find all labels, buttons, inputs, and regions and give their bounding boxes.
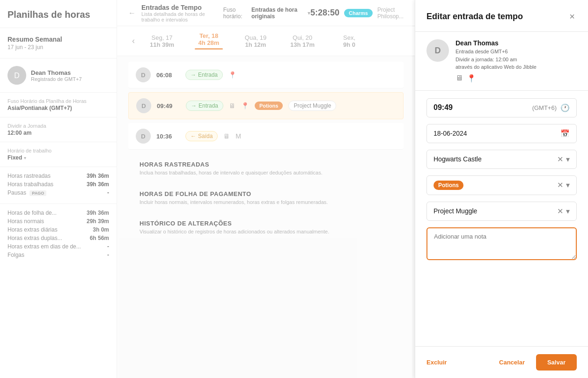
project-select[interactable]: Project Muggle ✕ ▾ (426, 202, 577, 221)
tag-project: Project Philosop... (377, 7, 404, 20)
section-history: HISTÓRICO DE ALTERAÇÕES Visualizar o his… (128, 212, 404, 242)
day-qui20[interactable]: Qui, 20 13h 17m (279, 30, 326, 52)
stat-worked-value: 39h 36m (87, 181, 109, 188)
entry-badge-in: → Entrada (186, 101, 223, 111)
panel-user-info: D Dean Thomas Entrada desde GMT+6 Dividi… (415, 32, 588, 91)
time-value: 09:49 (434, 103, 532, 112)
entry-badge-in: → Entrada (185, 70, 223, 80)
note-field (426, 227, 577, 262)
week-prev-arrow[interactable]: ‹ (128, 34, 139, 48)
app-title: Planilhas de horas (7, 9, 109, 20)
tag-value: Potions (434, 181, 463, 190)
stat-folha: Horas de folha de... 39h 36m (7, 210, 109, 216)
calendar-icon: 📅 (560, 129, 570, 138)
entry-time: 10:36 (156, 133, 180, 140)
tag-dropdown-icon[interactable]: ▾ (566, 181, 570, 189)
project-dropdown-icon[interactable]: ▾ (566, 207, 570, 216)
split-value: 12:00 am (7, 130, 109, 136)
entries-sub: Lista detalhada de horas de trabalho e i… (141, 11, 223, 22)
entry-row: D 09:49 → Entrada 🖥 📍 Potions Project Mu… (128, 92, 404, 119)
location-value: Hogwarts Castle (434, 155, 557, 163)
entry-badge-out: ← Saída (185, 131, 218, 141)
computer-icon: 🖥 (456, 74, 463, 83)
active-underline (195, 48, 223, 50)
clock-icon: 🕐 (560, 103, 570, 112)
stat-extra-holiday: Horas extras em dias de de... - (7, 243, 109, 250)
timezone-label: Fuso Horário da Planilha de Horas (7, 98, 109, 104)
project-clear-icon[interactable]: ✕ (557, 207, 563, 216)
entry-type-icon: → (191, 102, 197, 109)
hours-stats: Horas rastreadas 39h 36m Horas trabalhad… (0, 167, 117, 204)
back-arrow-icon[interactable]: ← (128, 9, 136, 17)
location-pin-icon: 📍 (241, 102, 249, 109)
stat-worked: Horas trabalhadas 39h 36m (7, 181, 109, 188)
entry-time: 06:08 (156, 72, 180, 79)
location-pin-icon: 📍 (228, 71, 236, 79)
panel-user-sub1: Entrada desde GMT+6 (456, 48, 537, 56)
entries-list: D 06:08 → Entrada 📍 D 09:49 → Entrada 🖥 … (117, 56, 415, 378)
timezone-section: Fuso Horário da Planilha de Horas Asia/P… (0, 93, 117, 117)
time-field-row[interactable]: 09:49 (GMT+6) 🕐 (426, 98, 577, 117)
weekly-resume-title: Resumo Semanal (7, 36, 109, 43)
section-history-desc: Visualizar o histórico de registros de h… (140, 229, 392, 234)
entry-type-icon: → (191, 72, 196, 78)
save-button[interactable]: Salvar (536, 354, 577, 371)
screen-icon: 🖥 (229, 102, 235, 109)
panel-avatar: D (426, 39, 449, 62)
sidebar: Planilhas de horas Resumo Semanal 17 jun… (0, 0, 117, 378)
split-label: Dividir a Jornada (7, 123, 109, 129)
date-field-row[interactable]: 18-06-2024 📅 (426, 124, 577, 143)
section-tracked-title: HORAS RASTREADAS (140, 161, 392, 168)
entry-type-icon: ← (191, 133, 196, 139)
entries-title: Entradas de Tempo (141, 4, 223, 11)
day-qua19[interactable]: Qua, 19 1h 12m (232, 30, 279, 52)
workhours-section: Horário de trabalho Fixed ▾ (0, 142, 117, 167)
day-seg17[interactable]: Seg, 17 11h 39m (139, 30, 185, 52)
timezone-display: (GMT+6) (532, 104, 557, 111)
workhours-label: Horário de trabalho (7, 148, 109, 153)
panel-footer: Excluir Cancelar Salvar (415, 346, 588, 378)
section-history-title: HISTÓRICO DE ALTERAÇÕES (140, 220, 392, 227)
tag-project-muggle[interactable]: Project Muggle (288, 101, 336, 111)
tag-potions[interactable]: Potions (255, 102, 283, 110)
note-textarea[interactable] (426, 227, 577, 260)
section-payroll-desc: Incluir horas normais, intervalos remune… (140, 199, 392, 205)
screen-icon: 🖥 (223, 132, 230, 140)
panel-user-sub2: Dividir a jornada: 12:00 am (456, 56, 537, 64)
tag-select[interactable]: Potions ✕ ▾ (426, 175, 577, 195)
edit-panel: Editar entrada de tempo × D Dean Thomas … (415, 0, 588, 378)
day-sex[interactable]: Sex, 9h 0 (326, 30, 373, 52)
cancel-button[interactable]: Cancelar (492, 354, 532, 371)
delete-button[interactable]: Excluir (426, 355, 447, 370)
location-select[interactable]: Hogwarts Castle ✕ ▾ (426, 150, 577, 169)
tag-clear-icon[interactable]: ✕ (557, 181, 563, 189)
section-tracked: HORAS RASTREADAS Inclua horas trabalhada… (128, 153, 404, 183)
entry-row: D 10:36 ← Saída 🖥 M (128, 123, 404, 150)
employee-row: D Dean Thomas Registrado de GMT+7 (0, 58, 117, 93)
timezone-value: Entradas de hora originais (251, 7, 304, 20)
project-field: Project Muggle ✕ ▾ (426, 202, 577, 221)
split-section: Dividir a Jornada 12:00 am (0, 117, 117, 142)
avatar: D (136, 129, 151, 144)
employee-sub: Registrado de GMT+7 (31, 76, 82, 82)
payroll-stats: Horas de folha de... 39h 36m Horas norma… (0, 204, 117, 266)
week-navigation: ‹ Seg, 17 11h 39m Ter, 18 4h 28m Qua, 19… (117, 26, 415, 56)
close-button[interactable]: × (567, 9, 577, 24)
timezone-value: Asia/Pontianak (GMT+7) (7, 105, 109, 111)
stat-pauses: Pausas PAGO - (7, 189, 109, 196)
stat-pauses-value: - (107, 189, 109, 196)
location-dropdown-icon[interactable]: ▾ (566, 155, 570, 164)
day-ter18[interactable]: Ter, 18 4h 28m (185, 29, 232, 53)
pago-badge: PAGO (29, 190, 46, 196)
tag-charms[interactable]: Charms (344, 9, 373, 17)
workhours-dropdown-icon[interactable]: ▾ (24, 155, 26, 160)
stat-extra-double: Horas extras duplas... 6h 56m (7, 235, 109, 241)
location-icon: 📍 (467, 74, 476, 83)
stat-folgas: Folgas - (7, 252, 109, 258)
app-header: Planilhas de horas (0, 0, 117, 28)
avatar: D (136, 67, 151, 82)
location-clear-icon[interactable]: ✕ (557, 155, 563, 164)
weekly-resume-dates: 17 jun - 23 jun (7, 44, 109, 51)
svg-text:D: D (14, 72, 20, 80)
main-content: ← Entradas de Tempo Lista detalhada de h… (117, 0, 415, 378)
